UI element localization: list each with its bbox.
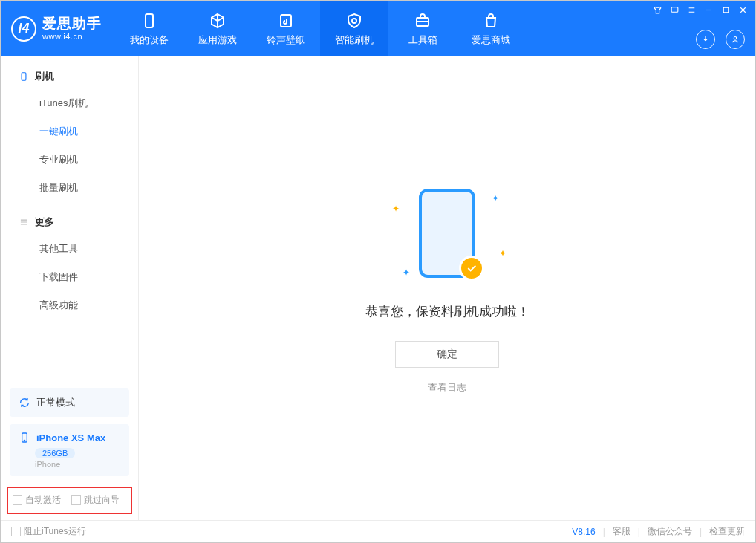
section-title: 刷机 xyxy=(35,70,54,83)
device-panel: 正常模式 iPhone XS Max 256GB iPhone xyxy=(1,388,138,484)
account-button[interactable] xyxy=(726,30,745,49)
app-body: 刷机 iTunes刷机 一键刷机 专业刷机 批量刷机 更多 其他工具 下载固件 … xyxy=(1,56,755,520)
svg-point-8 xyxy=(24,440,25,440)
view-log-link[interactable]: 查看日志 xyxy=(428,381,466,394)
shield-refresh-icon xyxy=(345,11,364,30)
success-illustration: ✦ ✦ ✦ ✦ xyxy=(388,183,506,287)
nav-ringtones[interactable]: 铃声壁纸 xyxy=(252,1,320,56)
app-logo: i4 爱思助手 www.i4.cn xyxy=(1,1,115,56)
sidebar-item-oneclick-flash[interactable]: 一键刷机 xyxy=(1,117,138,146)
auto-activate-checkbox[interactable]: 自动激活 xyxy=(13,494,61,507)
sidebar-item-download-firmware[interactable]: 下载固件 xyxy=(1,263,138,291)
check-badge-icon xyxy=(459,256,484,281)
sparkle-icon: ✦ xyxy=(492,193,499,204)
shirt-icon[interactable] xyxy=(653,5,662,15)
refresh-icon xyxy=(19,397,30,409)
nav-label: 工具箱 xyxy=(408,33,437,47)
header-actions xyxy=(696,30,745,49)
status-bar: 阻止iTunes运行 V8.16 | 客服 | 微信公众号 | 检查更新 xyxy=(1,520,755,542)
window-controls xyxy=(653,5,748,15)
ok-button[interactable]: 确定 xyxy=(395,341,499,368)
mode-box[interactable]: 正常模式 xyxy=(10,388,129,417)
mode-label: 正常模式 xyxy=(36,396,75,409)
cube-icon xyxy=(208,11,227,30)
sparkle-icon: ✦ xyxy=(403,267,410,278)
skip-guide-checkbox[interactable]: 跳过向导 xyxy=(71,494,120,507)
app-name: 爱思助手 xyxy=(42,16,102,32)
close-icon[interactable] xyxy=(738,5,748,15)
download-button[interactable] xyxy=(696,30,715,49)
svg-rect-0 xyxy=(146,14,153,27)
sidebar-section-flash: 刷机 xyxy=(1,56,138,89)
device-brand: iPhone xyxy=(35,460,120,469)
stop-itunes-checkbox[interactable]: 阻止iTunes运行 xyxy=(11,525,86,538)
check-update-link[interactable]: 检查更新 xyxy=(709,525,745,538)
sparkle-icon: ✦ xyxy=(392,204,400,214)
nav-label: 爱思商城 xyxy=(472,33,510,47)
feedback-icon[interactable] xyxy=(670,5,680,15)
app-url: www.i4.cn xyxy=(42,32,102,41)
support-link[interactable]: 客服 xyxy=(613,525,630,538)
sidebar-section-more: 更多 xyxy=(1,202,138,235)
toolbox-icon xyxy=(413,11,432,30)
svg-rect-3 xyxy=(671,7,678,12)
sidebar-item-other-tools[interactable]: 其他工具 xyxy=(1,235,138,263)
sidebar-item-advanced[interactable]: 高级功能 xyxy=(1,291,138,319)
nav-label: 智能刷机 xyxy=(335,33,374,47)
phone-icon xyxy=(19,432,30,443)
nav-smart-flash[interactable]: 智能刷机 xyxy=(320,1,388,56)
flash-options-highlight: 自动激活 跳过向导 xyxy=(7,487,132,514)
sidebar-item-itunes-flash[interactable]: iTunes刷机 xyxy=(1,89,138,117)
main-content: ✦ ✦ ✦ ✦ 恭喜您，保资料刷机成功啦！ 确定 查看日志 xyxy=(139,56,755,520)
nav-my-device[interactable]: 我的设备 xyxy=(115,1,183,56)
phone-icon xyxy=(140,11,159,30)
sparkle-icon: ✦ xyxy=(499,248,506,259)
nav-store[interactable]: 爱思商城 xyxy=(457,1,525,56)
version-label: V8.16 xyxy=(572,527,595,537)
svg-rect-6 xyxy=(22,73,26,81)
nav-label: 我的设备 xyxy=(130,33,169,47)
app-header: i4 爱思助手 www.i4.cn 我的设备 应用游戏 铃声壁纸 智能刷机 工具… xyxy=(1,1,755,56)
sidebar: 刷机 iTunes刷机 一键刷机 专业刷机 批量刷机 更多 其他工具 下载固件 … xyxy=(1,56,139,520)
nav-label: 应用游戏 xyxy=(198,33,237,47)
logo-text: 爱思助手 www.i4.cn xyxy=(42,16,102,41)
svg-rect-4 xyxy=(723,7,729,13)
top-nav: 我的设备 应用游戏 铃声壁纸 智能刷机 工具箱 爱思商城 xyxy=(115,1,525,56)
section-title: 更多 xyxy=(35,215,54,229)
wechat-link[interactable]: 微信公众号 xyxy=(648,525,692,538)
maximize-icon[interactable] xyxy=(721,5,731,15)
storage-badge: 256GB xyxy=(35,448,75,458)
sidebar-item-batch-flash[interactable]: 批量刷机 xyxy=(1,174,138,202)
svg-point-5 xyxy=(734,37,737,40)
menu-icon[interactable] xyxy=(687,5,697,15)
nav-toolbox[interactable]: 工具箱 xyxy=(388,1,457,56)
sidebar-item-pro-flash[interactable]: 专业刷机 xyxy=(1,146,138,174)
nav-apps-games[interactable]: 应用游戏 xyxy=(183,1,252,56)
music-icon xyxy=(276,11,296,30)
logo-icon: i4 xyxy=(11,16,36,42)
minimize-icon[interactable] xyxy=(704,5,714,15)
list-icon xyxy=(19,217,29,227)
device-icon xyxy=(19,71,29,82)
nav-label: 铃声壁纸 xyxy=(267,33,305,47)
success-message: 恭喜您，保资料刷机成功啦！ xyxy=(365,303,529,320)
shopping-bag-icon xyxy=(481,11,501,30)
device-name: iPhone XS Max xyxy=(36,432,105,443)
device-box[interactable]: iPhone XS Max 256GB iPhone xyxy=(10,424,129,476)
